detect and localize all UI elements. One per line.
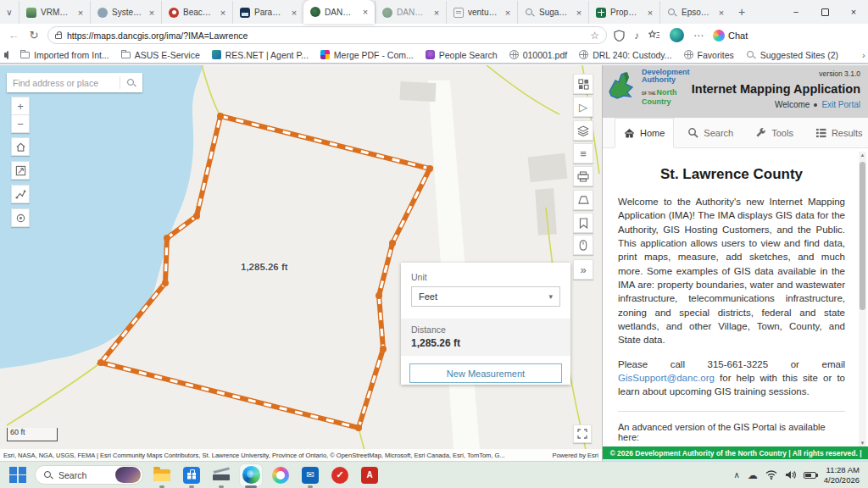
taskbar-edge[interactable] xyxy=(240,464,262,486)
tab-close-icon[interactable]: × xyxy=(503,8,513,18)
tab-search-chevron-icon[interactable]: ∨ xyxy=(0,0,19,24)
tab-close-icon[interactable]: × xyxy=(574,8,584,18)
expand-panel-button[interactable]: » xyxy=(573,259,593,280)
back-icon[interactable]: ← xyxy=(7,29,20,42)
bookmark-mergepdf[interactable]: Merge PDF - Com... xyxy=(320,50,414,60)
bookmarks-button[interactable] xyxy=(573,213,593,233)
bookmark-drl[interactable]: DRL 240: Custody... xyxy=(579,50,671,60)
new-measurement-button[interactable]: New Measurement xyxy=(409,363,562,383)
scroll-down-icon[interactable]: ▼ xyxy=(859,441,866,446)
home-extent-button[interactable] xyxy=(11,137,30,156)
fullscreen-button[interactable] xyxy=(573,424,592,443)
gis-support-email-link[interactable]: GisSupport@danc.org xyxy=(618,373,715,383)
tab-close-icon[interactable]: × xyxy=(289,8,299,18)
tab-close-icon[interactable]: × xyxy=(716,8,726,18)
globe-icon xyxy=(684,50,693,59)
browser-tab-epson[interactable]: Epson drive× xyxy=(659,1,731,24)
acrobat-icon: A xyxy=(361,467,378,484)
bookmark-imported[interactable]: Imported from Int... xyxy=(20,50,109,60)
tab-results[interactable]: Results xyxy=(807,118,868,147)
map-search-input[interactable] xyxy=(7,78,120,88)
minimize-button[interactable]: − xyxy=(782,0,810,24)
copilot-chat-button[interactable]: Chat xyxy=(713,30,751,42)
tab-close-icon[interactable]: × xyxy=(360,7,370,17)
collections-star-icon[interactable] xyxy=(648,30,660,41)
weather-widget-thumbnail[interactable] xyxy=(115,467,141,483)
tab-close-icon[interactable]: × xyxy=(147,8,157,18)
bookmark-people-search[interactable]: People Search xyxy=(426,50,498,60)
unit-dropdown[interactable]: Feet ▾ xyxy=(411,286,560,307)
browser-tab-vrms[interactable]: VRMS - AMS× xyxy=(19,1,90,24)
browser-tab-property[interactable]: Property De× xyxy=(588,1,659,24)
measure-tool-button[interactable] xyxy=(11,185,30,203)
legend-list-button[interactable]: ≡ xyxy=(573,143,593,164)
taskbar-search[interactable]: Search xyxy=(35,465,143,485)
tab-tools[interactable]: Tools xyxy=(747,118,802,147)
url-text[interactable]: https://maps.dancgis.org/ima/?IMA=Lawren… xyxy=(67,30,585,41)
wifi-icon[interactable] xyxy=(765,470,777,480)
browser-tab-beacon[interactable]: Beacon - St L× xyxy=(161,1,232,24)
start-button[interactable] xyxy=(8,466,27,485)
basemap-gallery-button[interactable] xyxy=(573,74,593,94)
browser-tab-systems[interactable]: Systems Dev× xyxy=(90,1,161,24)
scrollbar-thumb[interactable] xyxy=(860,162,865,310)
taskbar-antivirus[interactable]: ✓ xyxy=(329,464,351,486)
taskbar-copilot[interactable] xyxy=(270,464,292,486)
advanced-portal-text: An advanced version of the GIS Portal is… xyxy=(618,422,845,442)
new-tab-button[interactable]: + xyxy=(731,0,753,24)
taskbar-acrobat[interactable]: A xyxy=(359,464,381,486)
print-button[interactable] xyxy=(573,166,593,186)
tab-close-icon[interactable]: × xyxy=(218,8,228,18)
extent-button[interactable] xyxy=(11,161,30,180)
scroll-up-icon[interactable]: ▲ xyxy=(859,152,866,158)
layers-button[interactable] xyxy=(573,120,593,141)
media-note-icon[interactable]: ♪ xyxy=(634,30,639,41)
bookmark-resnet[interactable]: RES.NET | Agent P... xyxy=(212,50,309,60)
url-field[interactable]: https://maps.dancgis.org/ima/?IMA=Lawren… xyxy=(47,26,607,44)
tab-close-icon[interactable]: × xyxy=(75,8,86,18)
profile-avatar[interactable] xyxy=(670,28,684,42)
browser-tab-paragon[interactable]: Paragon 5× xyxy=(232,1,303,24)
sketch-button[interactable] xyxy=(573,190,593,210)
volume-icon[interactable] xyxy=(785,470,796,480)
bookmark-pdf[interactable]: 010001.pdf xyxy=(509,50,568,60)
browser-tab-venturi[interactable]: venturi.blob.c× xyxy=(446,1,517,24)
measurement-button[interactable] xyxy=(573,235,593,255)
browser-tab-danc-sleeping[interactable]: DANC - Inte× xyxy=(375,1,446,24)
taskbar-clock[interactable]: 11:28 AM 4/20/2026 xyxy=(824,465,860,485)
mouse-icon xyxy=(579,240,587,251)
exit-portal-link[interactable]: Exit Portal xyxy=(821,100,860,109)
maximize-button[interactable] xyxy=(810,0,839,24)
onedrive-cloud-icon[interactable]: ☁ xyxy=(748,470,758,480)
map-canvas[interactable]: 1,285.26 ft + − ▷ ≡ xyxy=(0,65,602,461)
taskbar-outlook[interactable]: ✉ xyxy=(299,464,321,486)
bookmarks-overflow-chevron-icon[interactable]: › xyxy=(862,50,865,60)
panel-scrollbar[interactable]: ▲ ▼ xyxy=(859,152,866,446)
zoom-out-button[interactable]: − xyxy=(11,114,30,133)
paragon-favicon-icon xyxy=(240,8,250,18)
tray-chevron-up-icon[interactable]: ∧ xyxy=(733,471,739,480)
play-tour-button[interactable]: ▷ xyxy=(573,97,593,117)
battery-icon[interactable] xyxy=(804,472,816,479)
browser-tab-sugarloaf[interactable]: Sugarloaf M× xyxy=(517,1,588,24)
close-button[interactable]: × xyxy=(839,0,868,24)
taskbar-scanner-app[interactable] xyxy=(210,464,232,486)
map-search-button[interactable] xyxy=(120,73,142,92)
taskbar-file-explorer[interactable] xyxy=(151,464,173,486)
sidebar-toggle-icon[interactable] xyxy=(7,51,8,59)
tab-close-icon[interactable]: × xyxy=(431,8,442,18)
tab-close-icon[interactable]: × xyxy=(645,8,655,18)
bookmark-favorites[interactable]: Favorites xyxy=(684,50,734,60)
taskbar-microsoft-store[interactable] xyxy=(181,464,203,486)
bookmark-suggested-sites[interactable]: Suggested Sites (2) xyxy=(746,50,838,60)
tab-home[interactable]: Home xyxy=(615,118,674,147)
bookmark-asus[interactable]: ASUS E-Service xyxy=(121,50,200,60)
gps-location-button[interactable] xyxy=(11,208,30,227)
settings-ellipsis-icon[interactable]: ⋯ xyxy=(693,30,704,41)
shield-icon[interactable] xyxy=(614,30,625,42)
browser-tab-danc-active[interactable]: DANC - Inter× xyxy=(303,0,375,24)
refresh-icon[interactable]: ↻ xyxy=(27,29,41,42)
favorite-star-icon[interactable]: ☆ xyxy=(590,30,599,42)
tab-search[interactable]: Search xyxy=(679,118,742,147)
zoom-in-button[interactable]: + xyxy=(11,97,30,115)
